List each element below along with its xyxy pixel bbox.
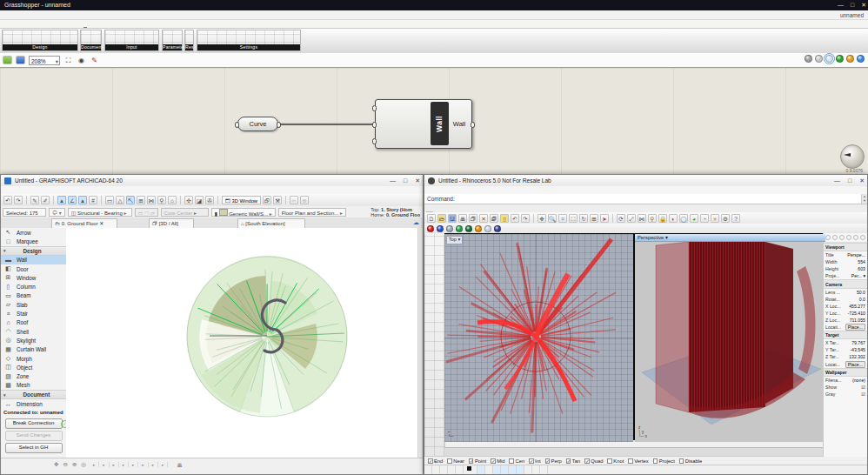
wall-composite-dropdown[interactable]: ▮ Generic Wall/S... ▸ xyxy=(211,208,276,217)
zoom-extents-icon[interactable]: ⛶ xyxy=(569,214,578,223)
display-mode-sphere-icon[interactable] xyxy=(456,225,463,232)
component-panel-group[interactable]: Document xyxy=(80,30,102,51)
osnap-toggle[interactable]: ✓ Quad xyxy=(584,458,603,464)
lamp-icon[interactable]: ⚲ xyxy=(648,214,657,223)
osnap-toggle[interactable]: Cen xyxy=(509,458,524,464)
toolbox-item[interactable]: ▱ Slab xyxy=(1,300,66,309)
panel-tab-icon[interactable] xyxy=(839,235,845,240)
camera-icon[interactable]: ⚒ xyxy=(273,196,282,204)
property-row[interactable]: Z Tar... 132.302 xyxy=(824,353,867,360)
property-value[interactable]: 554 xyxy=(858,259,865,264)
connection-button[interactable]: Break Connection✓ xyxy=(5,418,63,429)
status-pane[interactable] xyxy=(424,465,432,474)
property-value[interactable]: Perspe... xyxy=(847,252,865,258)
grid-tool-icon[interactable]: # xyxy=(89,196,97,204)
panel-tab-icon[interactable] xyxy=(853,235,858,240)
property-row[interactable]: Locati... Place... xyxy=(824,324,867,331)
input-port[interactable] xyxy=(372,122,377,128)
osnap-toggle[interactable]: Knot xyxy=(607,458,624,464)
viewport-perspective-title-dropdown[interactable]: Perspective ▾ xyxy=(635,234,825,242)
property-value[interactable]: (none) xyxy=(852,378,865,383)
preview-sphere-icon[interactable] xyxy=(857,55,865,63)
checkbox[interactable]: ✓ xyxy=(491,458,496,464)
zoom-in-icon[interactable]: ⊕ xyxy=(71,461,77,468)
options-icon[interactable]: ⚙ xyxy=(721,214,730,223)
property-row[interactable]: Camera xyxy=(824,279,867,288)
sketch-pen-icon[interactable]: ✎ xyxy=(90,56,99,65)
checkbox[interactable]: ✓ xyxy=(584,458,590,464)
printer-icon[interactable]: 🖶 xyxy=(176,462,184,468)
osnap-toggle[interactable]: ✓ End xyxy=(428,458,443,464)
zoom-out-icon[interactable]: ⊖ xyxy=(62,461,68,468)
cloud-sync-icon[interactable]: ☁ xyxy=(413,219,419,226)
minimize-icon[interactable]: — xyxy=(390,175,396,186)
copy-view-icon[interactable]: 🗗 xyxy=(263,196,271,204)
preview-sphere-icon[interactable] xyxy=(825,55,833,63)
home-tool-icon[interactable]: ⌂ xyxy=(168,196,177,204)
tab-ground-floor[interactable]: 🗀 0. Ground Floor ✕ xyxy=(51,218,117,228)
property-row[interactable]: Filena... (none) xyxy=(824,377,867,384)
status-dropdown[interactable] xyxy=(90,462,99,467)
viewport-top[interactable]: Top ▾ ⌐└─ xyxy=(444,234,633,442)
measure-tool-icon[interactable]: ⚲ xyxy=(157,196,166,204)
status-pane[interactable] xyxy=(477,465,485,474)
line-tool-icon[interactable]: ▲ xyxy=(57,196,66,204)
property-row[interactable]: Viewport xyxy=(824,243,867,251)
preview-sphere-icon[interactable] xyxy=(846,55,854,63)
sun-icon[interactable]: ☀ xyxy=(711,214,719,223)
status-pane[interactable] xyxy=(456,465,464,474)
curve-parameter-node[interactable]: Curve xyxy=(237,117,278,131)
lock-icon[interactable]: 🔒 xyxy=(658,214,667,223)
toolbox-item[interactable]: ⌂ Roof xyxy=(1,318,66,327)
zoom-dynamic-icon[interactable]: 🔍 xyxy=(548,214,557,223)
move-icon[interactable]: ➤ xyxy=(600,214,609,223)
wall-component-node[interactable]: Wall Wall xyxy=(375,99,472,149)
wall-component-output[interactable]: Wall xyxy=(449,100,470,148)
rotate-view-icon[interactable]: ↻ xyxy=(579,214,588,223)
vertical-scrollbar[interactable] xyxy=(417,228,423,458)
checkbox[interactable]: ✓ xyxy=(545,458,551,464)
checkbox[interactable]: ✓ xyxy=(428,458,433,464)
toolbox-item[interactable]: Document xyxy=(1,390,66,399)
rhino-titlebar[interactable]: Untitled - Rhinoceros 5.0 Not For Resale… xyxy=(424,175,867,187)
component-panel-group[interactable]: Parameters xyxy=(162,30,183,51)
archicad-floorplan-canvas[interactable] xyxy=(66,228,418,458)
undo-icon[interactable]: ↶ xyxy=(511,214,519,223)
new-file-icon[interactable]: 🗋 xyxy=(427,214,436,223)
property-row[interactable]: Lens ... 50.0 xyxy=(824,289,867,296)
panel-tab-icon[interactable] xyxy=(832,235,838,240)
property-row[interactable]: Show ☑ xyxy=(824,384,867,391)
close-icon[interactable]: ✕ xyxy=(861,0,866,10)
open-file-icon[interactable] xyxy=(3,56,12,64)
osnap-toggle[interactable]: Project xyxy=(653,458,675,464)
property-row[interactable]: Z Loc... 711.055 xyxy=(824,317,867,324)
marquee-view-icon[interactable]: ✣ xyxy=(184,196,193,204)
display-mode-sphere-icon[interactable] xyxy=(484,225,491,232)
toolbox-item[interactable]: ◇ Morph xyxy=(1,354,66,363)
rhino-main-toolbar-vertical[interactable] xyxy=(424,233,445,457)
toolbox-item[interactable]: ▨ Zone xyxy=(1,371,66,380)
toolbox-item[interactable]: ▬ Wall xyxy=(1,256,66,264)
pan-icon[interactable]: ✥ xyxy=(537,214,546,223)
property-value[interactable]: 455.277 xyxy=(849,304,865,309)
toolbox-item[interactable]: Design xyxy=(1,246,66,256)
connection-button[interactable]: Send Changes xyxy=(5,431,63,441)
input-port[interactable] xyxy=(372,105,377,111)
toolbox-item[interactable]: ◧ Door xyxy=(1,264,66,273)
minimize-icon[interactable]: — xyxy=(834,175,840,186)
close-icon[interactable]: ✕ xyxy=(415,175,420,186)
property-row[interactable]: Wallpaper xyxy=(824,368,867,377)
command-prompt[interactable]: Command: ▲▼ xyxy=(424,194,867,204)
status-dropdown[interactable] xyxy=(149,462,158,467)
property-value[interactable]: ☑ xyxy=(861,385,865,390)
render-icon[interactable]: ◗ xyxy=(669,214,678,223)
canvas-compass-widget[interactable] xyxy=(840,144,865,169)
zoom-window-icon[interactable]: ⌗ xyxy=(558,214,567,223)
checkbox[interactable]: ✓ xyxy=(529,458,534,464)
reference-line-dropdown[interactable]: Core Center ▸ xyxy=(161,208,209,217)
maximize-icon[interactable]: □ xyxy=(848,175,851,186)
property-row[interactable]: Rotat... 0.0 xyxy=(824,296,867,303)
property-value[interactable]: Place... xyxy=(845,324,865,331)
property-row[interactable]: Y Tar... -43.545 xyxy=(824,346,867,353)
status-pane[interactable] xyxy=(509,465,517,474)
